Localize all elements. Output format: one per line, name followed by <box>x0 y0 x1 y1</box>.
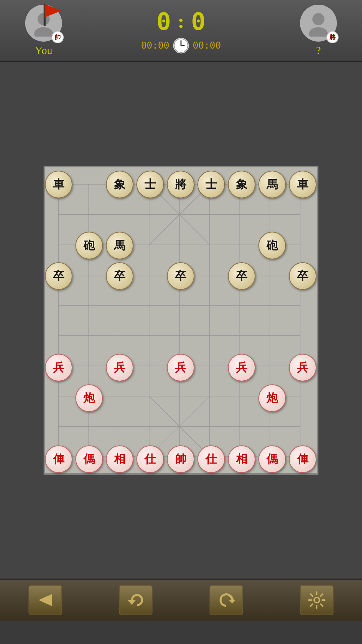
piece-9[interactable]: 馬 <box>106 232 133 259</box>
score-separator: : <box>178 10 184 33</box>
player2-avatar-icon <box>305 10 332 37</box>
piece-29[interactable]: 相 <box>228 445 255 473</box>
piece-15[interactable]: 卒 <box>289 262 316 290</box>
player2-badge: 將 <box>326 31 339 43</box>
player2-section: 將 ? <box>285 5 352 57</box>
player1-section: 帥 You <box>10 5 77 57</box>
board-container: 車象士將士象馬車砲馬砲卒卒卒卒卒兵兵兵兵兵炮炮俥傌相仕帥仕相傌俥 <box>0 62 362 579</box>
piece-10[interactable]: 砲 <box>258 232 286 259</box>
svg-marker-34 <box>39 594 52 606</box>
score-display: 0 : 0 <box>157 7 206 36</box>
piece-19[interactable]: 兵 <box>228 354 255 381</box>
score-right: 0 <box>191 7 205 36</box>
timer-left: 00:00 <box>141 40 169 51</box>
piece-25[interactable]: 相 <box>106 445 133 473</box>
piece-5[interactable]: 象 <box>228 171 255 198</box>
undo-icon <box>126 591 145 609</box>
piece-28[interactable]: 仕 <box>197 445 225 473</box>
piece-16[interactable]: 兵 <box>45 354 72 381</box>
piece-30[interactable]: 傌 <box>258 445 286 473</box>
board-grid-svg <box>45 167 317 473</box>
score-left: 0 <box>157 7 171 36</box>
piece-1[interactable]: 象 <box>106 171 133 198</box>
svg-point-9 <box>309 27 328 37</box>
back-icon <box>36 591 55 609</box>
timer-section: 00:00 00:00 <box>141 37 221 54</box>
piece-31[interactable]: 俥 <box>289 445 316 473</box>
timer-right: 00:00 <box>193 40 221 51</box>
back-button[interactable] <box>28 585 62 615</box>
header: 帥 You 0 : 0 00:00 00:00 <box>0 0 362 62</box>
piece-23[interactable]: 俥 <box>45 445 72 473</box>
refresh-icon <box>217 591 236 609</box>
piece-11[interactable]: 卒 <box>45 262 72 290</box>
undo-button[interactable] <box>119 585 153 615</box>
clock-icon <box>173 37 189 54</box>
piece-14[interactable]: 卒 <box>228 262 255 290</box>
player1-name: You <box>35 44 52 57</box>
piece-24[interactable]: 傌 <box>75 445 103 473</box>
piece-0[interactable]: 車 <box>45 171 72 198</box>
piece-13[interactable]: 卒 <box>167 262 194 290</box>
toolbar <box>0 579 362 621</box>
piece-22[interactable]: 炮 <box>258 384 286 412</box>
flag-icon <box>38 1 65 29</box>
piece-4[interactable]: 士 <box>197 171 225 198</box>
piece-17[interactable]: 兵 <box>106 354 133 381</box>
refresh-button[interactable] <box>209 585 243 615</box>
piece-21[interactable]: 炮 <box>75 384 103 412</box>
score-section: 0 : 0 00:00 00:00 <box>141 7 221 54</box>
svg-point-8 <box>312 13 324 25</box>
piece-8[interactable]: 砲 <box>75 232 103 259</box>
piece-12[interactable]: 卒 <box>106 262 133 290</box>
piece-6[interactable]: 馬 <box>258 171 286 198</box>
piece-2[interactable]: 士 <box>136 171 164 198</box>
settings-icon <box>307 591 326 609</box>
svg-marker-3 <box>45 4 61 17</box>
piece-3[interactable]: 將 <box>167 171 194 198</box>
settings-button[interactable] <box>300 585 334 615</box>
piece-20[interactable]: 兵 <box>289 354 316 381</box>
piece-26[interactable]: 仕 <box>136 445 164 473</box>
svg-point-35 <box>314 597 319 603</box>
piece-7[interactable]: 車 <box>289 171 316 198</box>
piece-27[interactable]: 帥 <box>167 445 194 473</box>
player2-name: ? <box>316 44 321 57</box>
xiangqi-board[interactable]: 車象士將士象馬車砲馬砲卒卒卒卒卒兵兵兵兵兵炮炮俥傌相仕帥仕相傌俥 <box>44 166 318 475</box>
player1-badge: 帥 <box>52 31 64 43</box>
piece-18[interactable]: 兵 <box>167 354 194 381</box>
